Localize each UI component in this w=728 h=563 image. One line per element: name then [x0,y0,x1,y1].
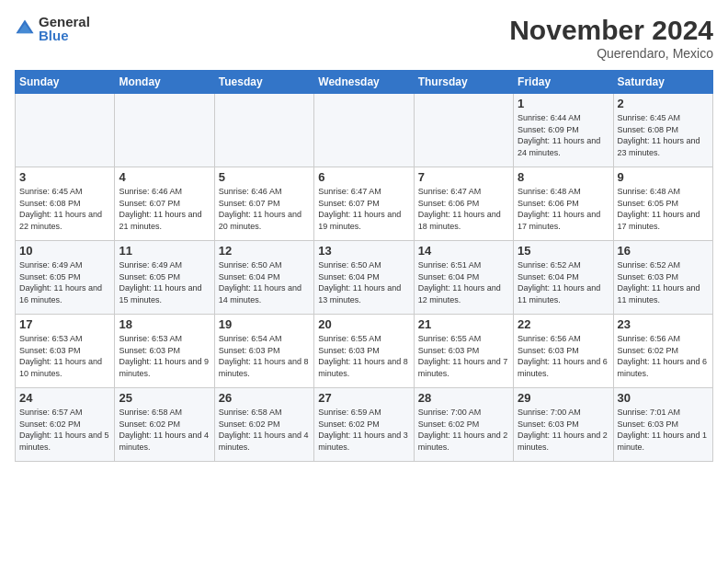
calendar-day-cell: 11Sunrise: 6:49 AM Sunset: 6:05 PM Dayli… [115,241,214,315]
calendar-day-cell: 7Sunrise: 6:47 AM Sunset: 6:06 PM Daylig… [414,167,513,241]
day-info: Sunrise: 6:45 AM Sunset: 6:08 PM Dayligh… [618,112,709,158]
logo-text: General Blue [39,15,90,42]
day-number: 23 [618,317,709,331]
calendar-day-cell: 18Sunrise: 6:53 AM Sunset: 6:03 PM Dayli… [115,315,214,388]
day-info: Sunrise: 6:58 AM Sunset: 6:02 PM Dayligh… [219,407,310,453]
calendar-day-cell: 20Sunrise: 6:55 AM Sunset: 6:03 PM Dayli… [314,315,414,388]
day-number: 8 [518,170,609,184]
day-info: Sunrise: 6:50 AM Sunset: 6:04 PM Dayligh… [219,259,310,305]
day-info: Sunrise: 6:57 AM Sunset: 6:02 PM Dayligh… [19,407,110,453]
day-info: Sunrise: 6:56 AM Sunset: 6:03 PM Dayligh… [518,333,609,379]
calendar-day-cell: 3Sunrise: 6:45 AM Sunset: 6:08 PM Daylig… [16,167,115,241]
col-saturday: Saturday [613,71,712,94]
day-number: 18 [119,317,210,331]
calendar-day-cell: 4Sunrise: 6:46 AM Sunset: 6:07 PM Daylig… [115,167,214,241]
day-info: Sunrise: 6:52 AM Sunset: 6:04 PM Dayligh… [518,259,609,305]
day-info: Sunrise: 6:48 AM Sunset: 6:06 PM Dayligh… [518,186,609,232]
day-number: 11 [119,244,210,258]
calendar-day-cell: 22Sunrise: 6:56 AM Sunset: 6:03 PM Dayli… [514,315,613,388]
day-info: Sunrise: 6:54 AM Sunset: 6:03 PM Dayligh… [219,333,310,379]
day-info: Sunrise: 6:55 AM Sunset: 6:03 PM Dayligh… [418,333,509,379]
location: Querendaro, Mexico [509,46,713,61]
day-info: Sunrise: 6:46 AM Sunset: 6:07 PM Dayligh… [119,186,210,232]
day-info: Sunrise: 7:01 AM Sunset: 6:03 PM Dayligh… [618,407,709,453]
day-number: 12 [219,244,310,258]
day-number: 10 [19,244,110,258]
calendar-day-cell [115,94,214,167]
day-info: Sunrise: 6:47 AM Sunset: 6:07 PM Dayligh… [318,186,409,232]
calendar-day-cell: 17Sunrise: 6:53 AM Sunset: 6:03 PM Dayli… [16,315,115,388]
day-info: Sunrise: 6:46 AM Sunset: 6:07 PM Dayligh… [219,186,310,232]
day-number: 28 [418,391,509,405]
calendar-day-cell: 12Sunrise: 6:50 AM Sunset: 6:04 PM Dayli… [214,241,313,315]
day-info: Sunrise: 7:00 AM Sunset: 6:03 PM Dayligh… [518,407,609,453]
calendar-day-cell: 9Sunrise: 6:48 AM Sunset: 6:05 PM Daylig… [613,167,712,241]
day-number: 26 [219,391,310,405]
day-number: 19 [219,317,310,331]
calendar-table: Sunday Monday Tuesday Wednesday Thursday… [15,70,713,462]
day-info: Sunrise: 6:49 AM Sunset: 6:05 PM Dayligh… [119,259,210,305]
day-info: Sunrise: 6:58 AM Sunset: 6:02 PM Dayligh… [119,407,210,453]
calendar-day-cell: 25Sunrise: 6:58 AM Sunset: 6:02 PM Dayli… [115,388,214,462]
calendar-day-cell: 13Sunrise: 6:50 AM Sunset: 6:04 PM Dayli… [314,241,414,315]
col-tuesday: Tuesday [214,71,313,94]
calendar-day-cell: 2Sunrise: 6:45 AM Sunset: 6:08 PM Daylig… [613,94,712,167]
day-info: Sunrise: 6:53 AM Sunset: 6:03 PM Dayligh… [19,333,110,379]
day-number: 3 [19,170,110,184]
calendar-day-cell: 14Sunrise: 6:51 AM Sunset: 6:04 PM Dayli… [414,241,513,315]
col-sunday: Sunday [16,71,115,94]
calendar-week-row: 17Sunrise: 6:53 AM Sunset: 6:03 PM Dayli… [16,315,713,388]
day-info: Sunrise: 6:49 AM Sunset: 6:05 PM Dayligh… [19,259,110,305]
calendar-day-cell: 10Sunrise: 6:49 AM Sunset: 6:05 PM Dayli… [16,241,115,315]
day-number: 2 [618,97,709,110]
calendar-day-cell: 27Sunrise: 6:59 AM Sunset: 6:02 PM Dayli… [314,388,414,462]
day-info: Sunrise: 6:44 AM Sunset: 6:09 PM Dayligh… [518,112,609,158]
day-number: 14 [418,244,509,258]
calendar-day-cell: 21Sunrise: 6:55 AM Sunset: 6:03 PM Dayli… [414,315,513,388]
calendar-day-cell: 24Sunrise: 6:57 AM Sunset: 6:02 PM Dayli… [16,388,115,462]
day-number: 27 [318,391,409,405]
day-info: Sunrise: 6:55 AM Sunset: 6:03 PM Dayligh… [318,333,409,379]
logo-blue: Blue [39,29,90,42]
logo-icon [15,18,35,39]
day-number: 30 [618,391,709,405]
day-number: 9 [618,170,709,184]
day-number: 17 [19,317,110,331]
day-info: Sunrise: 6:50 AM Sunset: 6:04 PM Dayligh… [318,259,409,305]
calendar-day-cell [414,94,513,167]
col-wednesday: Wednesday [314,71,414,94]
calendar-day-cell: 8Sunrise: 6:48 AM Sunset: 6:06 PM Daylig… [514,167,613,241]
day-info: Sunrise: 6:56 AM Sunset: 6:02 PM Dayligh… [618,333,709,379]
day-info: Sunrise: 6:48 AM Sunset: 6:05 PM Dayligh… [618,186,709,232]
calendar-day-cell: 15Sunrise: 6:52 AM Sunset: 6:04 PM Dayli… [514,241,613,315]
calendar-week-row: 24Sunrise: 6:57 AM Sunset: 6:02 PM Dayli… [16,388,713,462]
calendar-day-cell: 1Sunrise: 6:44 AM Sunset: 6:09 PM Daylig… [514,94,613,167]
calendar-day-cell: 29Sunrise: 7:00 AM Sunset: 6:03 PM Dayli… [514,388,613,462]
day-number: 24 [19,391,110,405]
calendar-day-cell: 6Sunrise: 6:47 AM Sunset: 6:07 PM Daylig… [314,167,414,241]
header: General Blue November 2024 Querendaro, M… [15,15,713,61]
day-number: 13 [318,244,409,258]
logo-general: General [39,15,90,29]
calendar-day-cell: 30Sunrise: 7:01 AM Sunset: 6:03 PM Dayli… [613,388,712,462]
day-number: 7 [418,170,509,184]
calendar-day-cell: 23Sunrise: 6:56 AM Sunset: 6:02 PM Dayli… [613,315,712,388]
day-number: 4 [119,170,210,184]
day-info: Sunrise: 6:51 AM Sunset: 6:04 PM Dayligh… [418,259,509,305]
calendar-day-cell: 5Sunrise: 6:46 AM Sunset: 6:07 PM Daylig… [214,167,313,241]
day-number: 25 [119,391,210,405]
day-number: 16 [618,244,709,258]
day-info: Sunrise: 6:59 AM Sunset: 6:02 PM Dayligh… [318,407,409,453]
day-number: 1 [518,97,609,110]
header-row: Sunday Monday Tuesday Wednesday Thursday… [16,71,713,94]
logo: General Blue [15,15,90,42]
col-thursday: Thursday [414,71,513,94]
day-number: 15 [518,244,609,258]
col-friday: Friday [514,71,613,94]
title-block: November 2024 Querendaro, Mexico [509,15,713,61]
calendar-day-cell: 28Sunrise: 7:00 AM Sunset: 6:02 PM Dayli… [414,388,513,462]
day-number: 20 [318,317,409,331]
day-info: Sunrise: 6:45 AM Sunset: 6:08 PM Dayligh… [19,186,110,232]
day-info: Sunrise: 6:47 AM Sunset: 6:06 PM Dayligh… [418,186,509,232]
calendar-week-row: 3Sunrise: 6:45 AM Sunset: 6:08 PM Daylig… [16,167,713,241]
